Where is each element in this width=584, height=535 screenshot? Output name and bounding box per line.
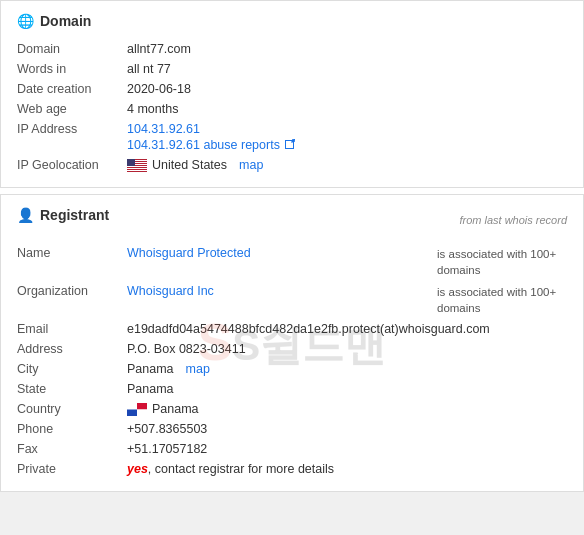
phone-row: Phone +507.8365503 (17, 419, 567, 439)
country-row: Country Panama (17, 399, 567, 419)
registrant-header: 👤 Registrant from last whois record (17, 207, 567, 233)
private-label: Private (17, 462, 127, 476)
country-value: Panama (127, 402, 567, 416)
name-link[interactable]: Whoisguard Protected (127, 246, 251, 260)
state-row: State Panama (17, 379, 567, 399)
address-value: P.O. Box 0823-03411 (127, 342, 567, 356)
city-label: City (17, 362, 127, 376)
person-icon: 👤 (17, 207, 34, 223)
ip-geo-value: United States map (127, 158, 567, 172)
abuse-reports-row: 104.31.92.61 abuse reports (127, 138, 567, 152)
city-map-link[interactable]: map (186, 362, 210, 376)
private-row: Private yes, contact registrar for more … (17, 459, 567, 479)
phone-label: Phone (17, 422, 127, 436)
date-creation-value: 2020-06-18 (127, 82, 567, 96)
web-age-label: Web age (17, 102, 127, 116)
svg-rect-5 (127, 166, 147, 167)
organization-label: Organization (17, 284, 127, 298)
domain-value: allnt77.com (127, 42, 567, 56)
words-in-row: Words in all nt 77 (17, 59, 567, 79)
private-rest: , contact registrar for more details (148, 462, 334, 476)
domain-title-label: Domain (40, 13, 91, 29)
domain-section-title: 🌐 Domain (17, 13, 567, 29)
ip-geo-row: IP Geolocation United States map (17, 155, 567, 175)
address-row: Address P.O. Box 0823-03411 (17, 339, 567, 359)
domain-label: Domain (17, 42, 127, 56)
city-text: Panama (127, 362, 174, 376)
us-flag-icon (127, 159, 147, 172)
pa-flag-icon (127, 403, 147, 416)
web-age-row: Web age 4 months (17, 99, 567, 119)
country-text: Panama (152, 402, 199, 416)
web-age-value: 4 months (127, 102, 567, 116)
external-link-icon (285, 140, 294, 149)
fax-label: Fax (17, 442, 127, 456)
registrant-title-label: Registrant (40, 207, 109, 223)
globe-icon: 🌐 (17, 13, 34, 29)
ip-geo-label: IP Geolocation (17, 158, 127, 172)
svg-rect-10 (137, 403, 147, 410)
ip-geo-map-link[interactable]: map (239, 158, 263, 172)
ip-address-label: IP Address (17, 122, 127, 136)
email-row: Email e19dadfd04a5474488bfcd482da1e2fb.p… (17, 319, 567, 339)
words-in-value: all nt 77 (127, 62, 567, 76)
phone-value: +507.8365503 (127, 422, 567, 436)
date-creation-row: Date creation 2020-06-18 (17, 79, 567, 99)
svg-rect-9 (127, 403, 137, 410)
registrant-section-title: 👤 Registrant (17, 207, 109, 223)
name-row: Name Whoisguard Protected is associated … (17, 243, 567, 281)
abuse-link[interactable]: 104.31.92.61 abuse reports (127, 138, 280, 152)
private-yes: yes (127, 462, 148, 476)
org-assoc: is associated with 100+ domains (437, 284, 567, 316)
state-value: Panama (127, 382, 567, 396)
name-value: Whoisguard Protected is associated with … (127, 246, 567, 278)
city-value: Panama map (127, 362, 567, 376)
ip-address-row: IP Address 104.31.92.61 104.31.92.61 abu… (17, 119, 567, 155)
name-assoc: is associated with 100+ domains (437, 246, 567, 278)
organization-row: Organization Whoisguard Inc is associate… (17, 281, 567, 319)
words-in-label: Words in (17, 62, 127, 76)
svg-rect-11 (127, 409, 137, 416)
ip-link[interactable]: 104.31.92.61 (127, 122, 567, 136)
organization-link[interactable]: Whoisguard Inc (127, 284, 214, 298)
organization-value: Whoisguard Inc is associated with 100+ d… (127, 284, 567, 316)
domain-section: 🌐 Domain Domain allnt77.com Words in all… (0, 0, 584, 188)
svg-rect-12 (137, 409, 147, 416)
svg-rect-7 (127, 170, 147, 171)
state-label: State (17, 382, 127, 396)
name-label: Name (17, 246, 127, 260)
registrant-section: 👤 Registrant from last whois record SS쉴드… (0, 194, 584, 492)
private-value: yes, contact registrar for more details (127, 462, 567, 476)
country-label: Country (17, 402, 127, 416)
domain-row: Domain allnt77.com (17, 39, 567, 59)
from-last-label: from last whois record (459, 214, 567, 226)
address-label: Address (17, 342, 127, 356)
email-value: e19dadfd04a5474488bfcd482da1e2fb.protect… (127, 322, 567, 336)
fax-row: Fax +51.17057182 (17, 439, 567, 459)
email-label: Email (17, 322, 127, 336)
svg-rect-6 (127, 168, 147, 169)
city-row: City Panama map (17, 359, 567, 379)
fax-value: +51.17057182 (127, 442, 567, 456)
ip-geo-country: United States (152, 158, 227, 172)
date-creation-label: Date creation (17, 82, 127, 96)
ip-address-value: 104.31.92.61 104.31.92.61 abuse reports (127, 122, 567, 152)
main-container: 🌐 Domain Domain allnt77.com Words in all… (0, 0, 584, 492)
svg-rect-8 (127, 159, 135, 166)
